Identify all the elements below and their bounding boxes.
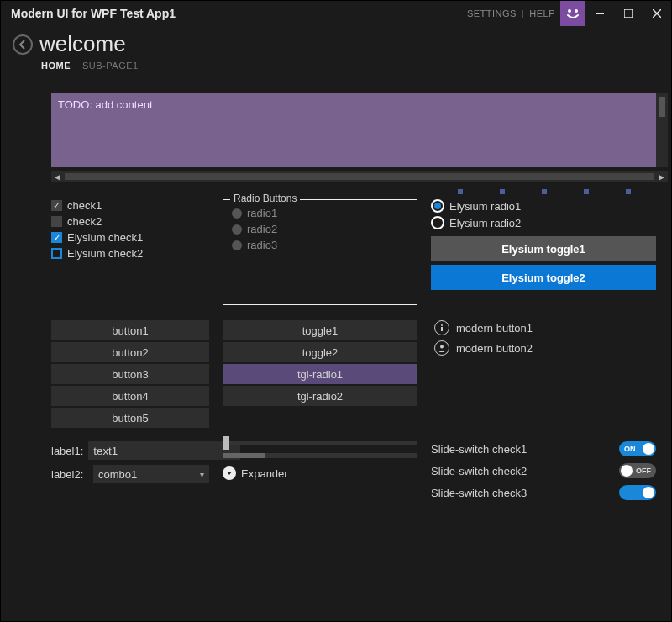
- scroll-right-icon[interactable]: ►: [656, 172, 668, 182]
- switch-label: Slide-switch check3: [431, 487, 527, 499]
- button4[interactable]: button4: [51, 386, 209, 406]
- toggle-column: toggle1 toggle2 tgl-radio1 tgl-radio2: [223, 320, 417, 428]
- scroll-track[interactable]: [65, 173, 654, 180]
- dot: [626, 189, 631, 194]
- radio-group-legend: Radio Buttons: [230, 192, 300, 204]
- tab-sub-page1[interactable]: SUB-PAGE1: [82, 61, 139, 71]
- slide-switch-check1[interactable]: ON: [619, 441, 656, 456]
- todo-text: TODO: add content: [58, 98, 153, 111]
- switch-text: ON: [624, 445, 636, 453]
- switch-label: Slide-switch check2: [431, 465, 527, 477]
- elysium-radio2[interactable]: Elysium radio2: [431, 216, 656, 229]
- user-icon: [434, 340, 449, 356]
- check-label: Elysium check2: [67, 247, 143, 260]
- slide-switch-row-2: Slide-switch check2 OFF: [431, 463, 656, 478]
- svg-rect-2: [596, 13, 604, 14]
- separator: |: [522, 8, 524, 18]
- info-icon: [434, 320, 449, 335]
- todo-textbox[interactable]: TODO: add content: [51, 93, 656, 167]
- minimize-button[interactable]: [585, 1, 614, 26]
- switch-knob: [643, 487, 654, 498]
- label1: label1:: [51, 445, 83, 457]
- button5[interactable]: button5: [51, 408, 209, 428]
- combo-value: combo1: [98, 468, 137, 481]
- scroll-left-icon[interactable]: ◄: [51, 172, 63, 182]
- slider[interactable]: [223, 441, 417, 445]
- modern-button1[interactable]: modern button1: [434, 320, 656, 335]
- radio-icon: [232, 208, 242, 219]
- slide-switch-check3[interactable]: [619, 485, 656, 500]
- controls-row-1: check1 check2 Elysium check1 Elysium che…: [16, 199, 656, 305]
- expander[interactable]: Expander: [223, 466, 417, 480]
- text-field-row: label1:: [51, 441, 209, 460]
- svg-point-1: [575, 9, 578, 13]
- modern-button2[interactable]: modern button2: [434, 340, 656, 356]
- expander-label: Expander: [241, 467, 288, 480]
- slider-thumb[interactable]: [223, 436, 229, 450]
- radio1[interactable]: radio1: [232, 207, 408, 219]
- smiley-icon[interactable]: [560, 1, 585, 26]
- slide-switch-row-3: Slide-switch check3: [431, 485, 656, 500]
- radio-icon: [232, 224, 242, 235]
- todo-area: TODO: add content ◄ ►: [51, 93, 656, 182]
- tgl-radio2[interactable]: tgl-radio2: [223, 386, 417, 406]
- svg-rect-3: [624, 9, 633, 18]
- radio-group: Radio Buttons radio1 radio2 radio3: [223, 199, 417, 305]
- elysium-toggle2[interactable]: Elysium toggle2: [431, 265, 656, 290]
- tgl-radio1[interactable]: tgl-radio1: [223, 364, 417, 384]
- content: TODO: add content ◄ ► check1 check2 Elys…: [16, 93, 656, 606]
- switch-column: Slide-switch check1 ON Slide-switch chec…: [431, 441, 656, 500]
- checkbox-icon: [51, 232, 62, 243]
- svg-point-0: [568, 9, 571, 13]
- switch-label: Slide-switch check1: [431, 443, 527, 456]
- button-label: modern button1: [456, 322, 533, 335]
- settings-link[interactable]: SETTINGS: [467, 8, 517, 18]
- radio-icon: [431, 216, 444, 229]
- toggle1[interactable]: toggle1: [223, 320, 417, 340]
- button1[interactable]: button1: [51, 320, 209, 340]
- scroll-thumb[interactable]: [659, 97, 665, 117]
- radio2[interactable]: radio2: [232, 223, 408, 235]
- close-button[interactable]: [643, 1, 671, 26]
- combo1[interactable]: combo1 ▾: [93, 465, 209, 483]
- title-links: SETTINGS | HELP: [467, 8, 555, 18]
- window-buttons: [585, 1, 671, 26]
- check1[interactable]: check1: [51, 199, 209, 212]
- help-link[interactable]: HELP: [529, 8, 555, 18]
- radio-label: radio2: [247, 223, 277, 235]
- radio3[interactable]: radio3: [232, 239, 408, 251]
- elysium-radio1[interactable]: Elysium radio1: [431, 199, 656, 213]
- progress-bar: [223, 453, 417, 458]
- button2[interactable]: button2: [51, 342, 209, 362]
- radio-icon: [232, 240, 242, 250]
- check-label: check2: [67, 215, 102, 228]
- switch-knob: [643, 443, 654, 455]
- check2[interactable]: check2: [51, 215, 209, 228]
- page-title: welcome: [39, 31, 126, 57]
- vertical-scrollbar[interactable]: [656, 93, 668, 167]
- dot: [500, 189, 505, 194]
- slide-switch-check2[interactable]: OFF: [619, 463, 656, 478]
- checkbox-column: check1 check2 Elysium check1 Elysium che…: [16, 199, 209, 305]
- radio-label: Elysium radio2: [449, 217, 521, 229]
- slider-column: Expander: [223, 441, 417, 500]
- elysium-check1[interactable]: Elysium check1: [51, 231, 209, 244]
- checkbox-icon: [51, 216, 62, 227]
- button-column: button1 button2 button3 button4 button5: [16, 320, 209, 428]
- dot: [584, 189, 589, 194]
- elysium-check2[interactable]: Elysium check2: [51, 247, 209, 260]
- label2: label2:: [51, 468, 88, 481]
- back-button[interactable]: [13, 34, 33, 55]
- radio-label: Elysium radio1: [449, 200, 521, 213]
- dot: [542, 189, 547, 194]
- toggle2[interactable]: toggle2: [223, 342, 417, 362]
- button-label: modern button2: [456, 342, 533, 355]
- tab-home[interactable]: HOME: [41, 61, 71, 71]
- form-column: label1: label2: combo1 ▾: [16, 441, 209, 500]
- button3[interactable]: button3: [51, 364, 209, 384]
- horizontal-scrollbar[interactable]: ◄ ►: [51, 171, 668, 182]
- maximize-button[interactable]: [614, 1, 643, 26]
- text1-input[interactable]: [88, 441, 240, 460]
- elysium-toggle1[interactable]: Elysium toggle1: [431, 236, 656, 261]
- svg-rect-7: [441, 327, 443, 331]
